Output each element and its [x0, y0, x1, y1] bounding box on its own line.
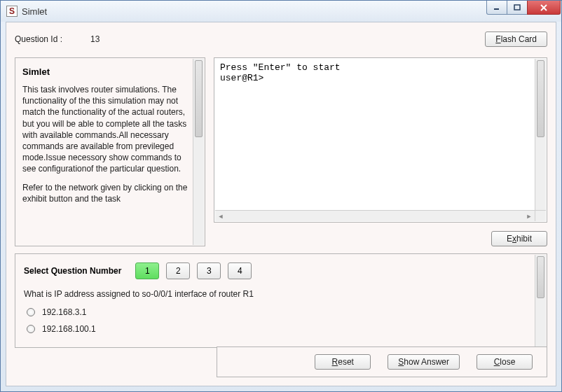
terminal-column: Press "Enter" to start user@R1> ◄ ► Exhi…	[214, 57, 547, 246]
question-number-button[interactable]: 4	[228, 262, 252, 279]
question-number-buttons: 1 2 3 4	[135, 262, 252, 279]
close-button[interactable]: Close	[477, 354, 533, 370]
window-title: Simlet	[22, 6, 47, 17]
client-area: Question Id : 13 Flash Card Simlet This …	[6, 22, 556, 386]
scroll-left-arrow-icon[interactable]: ◄	[215, 211, 226, 221]
reset-button[interactable]: Reset	[315, 354, 371, 370]
exhibit-button[interactable]: Exhibit	[491, 231, 547, 246]
maximize-button[interactable]	[507, 1, 528, 15]
scrollbar-horizontal[interactable]: ◄ ►	[215, 210, 535, 221]
header-row: Question Id : 13 Flash Card	[15, 29, 547, 49]
footer-buttons: Reset Show Answer Close	[217, 346, 547, 377]
answer-option[interactable]: 192.168.100.1	[27, 324, 531, 334]
question-panel: Select Question Number 1 2 3 4 What is I…	[15, 253, 547, 348]
radio-icon[interactable]	[27, 308, 35, 316]
scrollbar-vertical[interactable]	[535, 59, 546, 210]
svg-rect-1	[514, 5, 520, 10]
terminal-output: Press "Enter" to start user@R1>	[220, 62, 531, 206]
scroll-thumb[interactable]	[195, 60, 203, 137]
question-text: What is IP address assigned to so-0/0/1 …	[24, 289, 531, 299]
show-answer-button[interactable]: Show Answer	[388, 354, 460, 370]
close-window-button[interactable]	[527, 1, 561, 15]
terminal-panel[interactable]: Press "Enter" to start user@R1> ◄ ►	[214, 57, 547, 223]
answer-option[interactable]: 192.168.3.1	[27, 307, 531, 317]
question-number-button[interactable]: 1	[135, 262, 159, 279]
titlebar: S Simlet	[1, 1, 561, 22]
radio-icon[interactable]	[27, 325, 35, 333]
simlet-paragraph: This task involves router simulations. T…	[22, 84, 192, 175]
question-number-button[interactable]: 3	[197, 262, 221, 279]
app-window: S Simlet Question Id : 13 Flash Card Sim…	[0, 0, 562, 392]
simlet-paragraph: Refer to the network given by clicking o…	[22, 182, 192, 204]
scroll-corner	[535, 210, 546, 221]
exhibit-row: Exhibit	[214, 231, 547, 246]
scrollbar-vertical[interactable]	[535, 255, 546, 346]
question-id-label: Question Id :	[15, 34, 62, 44]
minimize-button[interactable]	[486, 1, 507, 15]
question-number-button[interactable]: 2	[166, 262, 190, 279]
select-question-row: Select Question Number 1 2 3 4	[24, 262, 531, 279]
scroll-thumb[interactable]	[537, 256, 544, 298]
simlet-description-panel: Simlet This task involves router simulat…	[15, 57, 205, 246]
window-controls	[487, 1, 561, 15]
answer-option-label: 192.168.100.1	[42, 324, 96, 334]
select-question-label: Select Question Number	[24, 266, 121, 276]
scroll-thumb[interactable]	[537, 60, 544, 137]
scrollbar-vertical[interactable]	[193, 59, 204, 245]
scroll-right-arrow-icon[interactable]: ►	[523, 211, 535, 221]
answer-option-label: 192.168.3.1	[42, 307, 86, 317]
question-id-value: 13	[90, 34, 100, 44]
flash-card-button[interactable]: Flash Card	[485, 31, 547, 47]
simlet-title: Simlet	[22, 66, 192, 77]
middle-row: Simlet This task involves router simulat…	[15, 57, 547, 246]
app-icon: S	[6, 6, 18, 17]
